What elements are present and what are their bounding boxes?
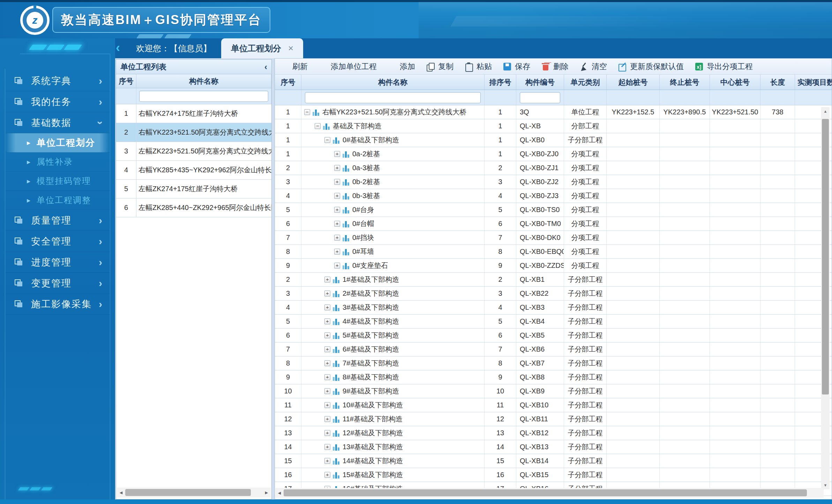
table-row[interactable]: 3 0b-2桩基 3 QL-XB0-ZJ2 分项工程 <box>275 175 832 189</box>
table-row[interactable]: 16 15#基础及下部构造 16 QL-XB15 子分部工程 <box>275 468 832 482</box>
sidebar-item[interactable]: ▸ 单位工程调整 › <box>5 191 110 210</box>
expand-toggle-icon[interactable] <box>324 304 330 310</box>
toolbar-button[interactable]: 清空 <box>579 61 607 72</box>
scroll-left-icon[interactable]: ◀ <box>117 488 125 497</box>
table-row[interactable]: 9 8#基础及下部构造 9 QL-XB8 子分部工程 <box>275 370 832 384</box>
expand-toggle-icon[interactable] <box>334 151 340 157</box>
name-filter-input[interactable] <box>139 91 268 102</box>
expand-toggle-icon[interactable] <box>324 318 330 324</box>
unit-project-row[interactable]: 2 右幅YK223+521.50阿克塞分离式立交跨线大桥 <box>116 123 271 142</box>
sidebar-item[interactable]: ▸ 基础数据 › <box>5 112 110 133</box>
panel-collapse-icon[interactable]: ‹ <box>264 63 267 71</box>
expand-toggle-icon[interactable] <box>334 207 340 213</box>
expand-toggle-icon[interactable] <box>334 263 340 269</box>
toolbar-button[interactable]: 导出分项工程 <box>694 61 753 72</box>
expand-toggle-icon[interactable] <box>315 123 321 129</box>
unit-project-row[interactable]: 4 右幅YK285+435~YK292+962阿尔金山特长隧道 <box>116 161 271 180</box>
tabs-back-chevron-icon[interactable]: ‹ <box>116 42 120 54</box>
table-row[interactable]: 6 5#基础及下部构造 6 QL-XB5 子分部工程 <box>275 329 832 343</box>
expand-toggle-icon[interactable] <box>324 444 330 450</box>
table-row[interactable]: 8 0#耳墙 8 QL-XB0-EBQ0 分项工程 <box>275 245 832 259</box>
toolbar-button[interactable]: 添加 <box>387 61 415 72</box>
sidebar-item[interactable]: ▸ 系统字典 › <box>5 70 110 91</box>
unit-project-row[interactable]: 3 左幅ZK223+521.50阿克塞分离式立交跨线大桥 <box>116 142 271 161</box>
sidebar-item[interactable]: ▸ 进度管理 › <box>5 252 110 273</box>
sidebar-item[interactable]: ▸ 变更管理 › <box>5 273 110 294</box>
toolbar-button[interactable]: 删除 <box>541 61 569 72</box>
unit-project-row[interactable]: 1 右幅YK274+175红崖子沟特大桥 <box>116 104 271 123</box>
table-row[interactable]: 1 右幅YK223+521.50阿克塞分离式立交跨线大桥 1 3Q 单位工程 Y… <box>275 105 832 119</box>
expand-toggle-icon[interactable] <box>324 346 330 352</box>
expand-toggle-icon[interactable] <box>324 416 330 422</box>
table-row[interactable]: 7 0#挡块 7 QL-XB0-DK0 分项工程 <box>275 231 832 245</box>
table-row[interactable]: 14 13#基础及下部构造 14 QL-XB13 子分部工程 <box>275 440 832 454</box>
expand-toggle-icon[interactable] <box>334 249 340 255</box>
scrollbar-thumb[interactable] <box>125 489 251 496</box>
toolbar-button[interactable]: 复制 <box>426 61 454 72</box>
toolbar-button[interactable]: 更新质保默认值 <box>617 61 684 72</box>
table-row[interactable]: 10 9#基础及下部构造 10 QL-XB9 子分部工程 <box>275 384 832 398</box>
sidebar-item[interactable]: ▸ 单位工程划分 › <box>5 133 110 152</box>
table-row[interactable]: 4 3#基础及下部构造 4 QL-XB3 子分部工程 <box>275 301 832 315</box>
tab[interactable]: 欢迎您：【信息员】 × <box>126 38 221 58</box>
toolbar-button[interactable]: 刷新 <box>280 61 308 72</box>
table-row[interactable]: 13 12#基础及下部构造 13 QL-XB12 子分部工程 <box>275 426 832 440</box>
table-row[interactable]: 12 11#基础及下部构造 12 QL-XB11 子分部工程 <box>275 412 832 426</box>
scroll-right-icon[interactable]: ▶ <box>262 488 271 497</box>
expand-toggle-icon[interactable] <box>324 430 330 436</box>
scroll-left-icon[interactable]: ◀ <box>275 488 284 498</box>
expand-toggle-icon[interactable] <box>324 458 330 464</box>
sidebar-item[interactable]: ▸ 属性补录 › <box>5 152 110 172</box>
sidebar-item[interactable]: ▸ 质量管理 › <box>5 210 110 231</box>
table-row[interactable]: 4 0b-3桩基 4 QL-XB0-ZJ3 分项工程 <box>275 189 832 203</box>
sidebar-item[interactable]: ▸ 模型挂码管理 › <box>5 172 110 191</box>
tab[interactable]: 单位工程划分 × <box>221 38 303 58</box>
toolbar-button[interactable]: 保存 <box>502 61 530 72</box>
expand-toggle-icon[interactable] <box>334 193 340 199</box>
scroll-up-icon[interactable]: ▲ <box>821 107 830 115</box>
table-row[interactable]: 2 1#基础及下部构造 2 QL-XB1 子分部工程 <box>275 273 832 287</box>
table-row[interactable]: 9 0#支座垫石 9 QL-XB0-ZZDS0 分项工程 <box>275 259 832 273</box>
table-row[interactable]: 15 14#基础及下部构造 15 QL-XB14 子分部工程 <box>275 454 832 468</box>
table-vertical-scrollbar[interactable]: ▲ ▼ <box>821 107 830 489</box>
table-row[interactable]: 2 0a-3桩基 2 QL-XB0-ZJ1 分项工程 <box>275 161 832 175</box>
component-code-filter-input[interactable] <box>520 92 560 103</box>
expand-toggle-icon[interactable] <box>324 374 330 380</box>
expand-toggle-icon[interactable] <box>324 332 330 338</box>
toolbar-button[interactable]: 添加单位工程 <box>318 61 377 72</box>
expand-toggle-icon[interactable] <box>324 137 330 143</box>
expand-toggle-icon[interactable] <box>324 291 330 296</box>
toolbar-button[interactable]: 粘贴 <box>464 61 492 72</box>
expand-toggle-icon[interactable] <box>324 360 330 366</box>
component-name-filter-input[interactable] <box>305 92 481 103</box>
table-row[interactable]: 5 4#基础及下部构造 5 QL-XB4 子分部工程 <box>275 315 832 329</box>
table-row[interactable]: 7 6#基础及下部构造 7 QL-XB6 子分部工程 <box>275 343 832 356</box>
expand-toggle-icon[interactable] <box>334 179 340 185</box>
sidebar-item[interactable]: ▸ 安全管理 › <box>5 231 110 252</box>
unit-project-row[interactable]: 5 左幅ZK274+175红崖子沟特大桥 <box>116 180 271 198</box>
table-horizontal-scrollbar[interactable]: ◀ <box>275 488 824 498</box>
expand-toggle-icon[interactable] <box>324 277 330 283</box>
table-row[interactable]: 1 0#基础及下部构造 1 QL-XB0 子分部工程 <box>275 133 832 147</box>
table-row[interactable]: 6 0#台帽 6 QL-XB0-TM0 分项工程 <box>275 217 832 231</box>
table-row[interactable]: 8 7#基础及下部构造 8 QL-XB7 子分部工程 <box>275 356 832 370</box>
expand-toggle-icon[interactable] <box>324 472 330 478</box>
tab-close-icon[interactable]: × <box>288 43 293 54</box>
expand-toggle-icon[interactable] <box>334 235 340 241</box>
expand-toggle-icon[interactable] <box>304 109 310 115</box>
expand-toggle-icon[interactable] <box>334 165 340 171</box>
table-row[interactable]: 1 0a-2桩基 1 QL-XB0-ZJ0 分项工程 <box>275 147 832 161</box>
table-row[interactable]: 3 2#基础及下部构造 3 QL-XB22 子分部工程 <box>275 287 832 301</box>
scrollbar-thumb[interactable] <box>822 119 829 394</box>
table-row[interactable]: 5 0#台身 5 QL-XB0-TS0 分项工程 <box>275 203 832 217</box>
expand-toggle-icon[interactable] <box>324 402 330 408</box>
expand-toggle-icon[interactable] <box>334 221 340 227</box>
left-panel-horizontal-scrollbar[interactable]: ◀ ▶ <box>117 488 271 497</box>
unit-project-row[interactable]: 6 左幅ZK285+440~ZK292+965阿尔金山特长隧道 <box>116 198 271 217</box>
expand-toggle-icon[interactable] <box>324 388 330 394</box>
sidebar-item[interactable]: ▸ 我的任务 › <box>5 91 110 112</box>
table-row[interactable]: 11 10#基础及下部构造 11 QL-XB10 子分部工程 <box>275 398 832 412</box>
sidebar-item[interactable]: ▸ 施工影像采集 › <box>5 294 110 315</box>
table-row[interactable]: 1 基础及下部构造 1 QL-XB 分部工程 <box>275 119 832 133</box>
scrollbar-thumb[interactable] <box>284 489 807 496</box>
